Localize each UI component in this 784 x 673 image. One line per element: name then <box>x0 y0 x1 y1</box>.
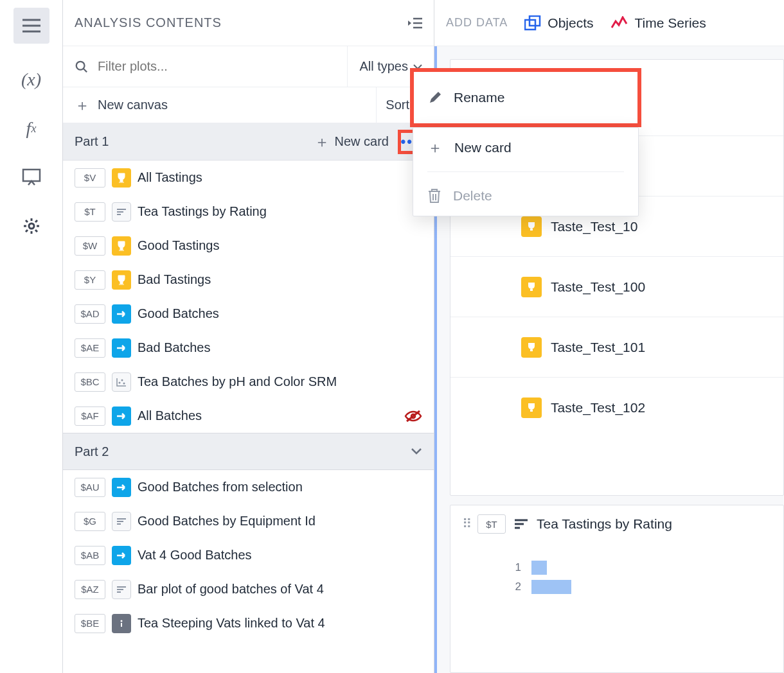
bars-icon <box>112 512 131 531</box>
context-menu: ＋ New card Delete <box>413 127 639 216</box>
trophy-icon <box>521 277 542 297</box>
scatter-chart-icon <box>112 372 131 392</box>
item-label: Good Batches by Equipment Id <box>138 514 316 529</box>
top-tabs: ADD DATA Objects Time Series <box>434 0 784 46</box>
tab-objects[interactable]: Objects <box>524 15 593 31</box>
trash-icon <box>427 188 441 204</box>
var-badge: $W <box>75 236 105 256</box>
popup-separator <box>427 171 624 172</box>
filter-plots-input[interactable] <box>98 59 336 74</box>
section-part-1[interactable]: Part 1 ＋ New card ••• <box>63 123 434 161</box>
chart-body: 1 2 <box>450 543 783 597</box>
chart-row: 1 <box>512 558 783 577</box>
trophy-icon <box>521 337 542 358</box>
rename-label: Rename <box>454 90 504 105</box>
left-rail: (x) fx <box>0 0 63 673</box>
gear-icon[interactable] <box>19 213 44 239</box>
chart-bar-1 <box>531 561 547 575</box>
arrow-right-icon <box>112 338 131 358</box>
svg-point-8 <box>123 382 125 384</box>
bars-icon <box>112 580 131 599</box>
svg-rect-0 <box>23 170 40 181</box>
row-label: Taste_Test_102 <box>551 400 645 415</box>
var-badge: $AU <box>75 478 105 497</box>
chart-bar-2 <box>531 580 571 594</box>
item-label: Good Tastings <box>138 238 220 253</box>
row-label: Taste_Test_101 <box>551 340 645 355</box>
list-item[interactable]: $ADGood Batches <box>63 297 434 331</box>
item-label: All Batches <box>138 408 202 423</box>
item-label: Tea Batches by pH and Color SRM <box>138 374 337 389</box>
list-item[interactable]: $AZBar plot of good batches of Vat 4 <box>63 572 434 606</box>
list-item[interactable]: $YBad Tastings <box>63 263 434 297</box>
trophy-icon <box>112 236 131 256</box>
popup-rename-highlighted[interactable]: Rename <box>410 68 641 127</box>
var-badge: $AF <box>75 406 105 426</box>
list-item[interactable]: $AEBad Batches <box>63 331 434 365</box>
row-label: Taste_Test_10 <box>551 219 637 234</box>
popup-new-card[interactable]: ＋ New card <box>413 128 638 168</box>
new-card-button[interactable]: ＋ New card <box>314 132 389 152</box>
arrow-right-icon <box>112 478 131 497</box>
pencil-icon <box>428 91 442 105</box>
objects-icon <box>524 15 541 31</box>
card-title: Tea Tastings by Rating <box>537 516 672 532</box>
list-item[interactable]: $BETea Steeping Vats linked to Vat 4 <box>63 606 434 640</box>
list-item[interactable]: $ABVat 4 Good Batches <box>63 538 434 572</box>
list-item[interactable]: $BCTea Batches by pH and Color SRM <box>63 365 434 399</box>
list-item[interactable]: $AFAll Batches <box>63 399 434 433</box>
var-badge: $T <box>477 514 506 534</box>
item-label: Good Batches from selection <box>138 480 303 494</box>
var-badge: $AE <box>75 338 105 358</box>
var-badge: $T <box>75 202 105 222</box>
chart-row: 2 <box>512 577 783 597</box>
var-badge: $AB <box>75 546 105 565</box>
plus-icon: ＋ <box>427 137 443 158</box>
tab-time-series-label: Time Series <box>635 15 706 31</box>
list-item[interactable]: $VAll Tastings <box>63 161 434 195</box>
arrow-right-icon <box>112 304 131 324</box>
table-row[interactable]: Taste_Test_101 <box>450 317 783 377</box>
list-item[interactable]: $TTea Tastings by Rating <box>63 195 434 229</box>
section-part-2[interactable]: Part 2 <box>63 433 434 470</box>
item-label: Tea Tastings by Rating <box>138 204 267 219</box>
svg-point-1 <box>29 223 34 229</box>
list-item[interactable]: $AUGood Batches from selection <box>63 470 434 504</box>
collapse-panel-icon[interactable] <box>408 17 422 29</box>
chart-tick-2: 2 <box>512 581 521 593</box>
table-row[interactable]: Taste_Test_102 <box>450 377 783 437</box>
panel-title: ANALYSIS CONTENTS <box>75 15 222 30</box>
svg-point-10 <box>121 620 123 622</box>
eye-slash-icon <box>404 410 422 423</box>
item-label: Good Batches <box>138 306 219 321</box>
filter-box <box>63 59 347 74</box>
item-label: Bad Tastings <box>138 272 211 287</box>
menu-button[interactable] <box>13 8 49 44</box>
plus-icon: ＋ <box>314 132 330 152</box>
drag-handle-icon[interactable]: ⠿ <box>462 516 470 532</box>
trophy-icon <box>112 168 131 188</box>
tab-time-series[interactable]: Time Series <box>610 15 706 31</box>
filter-row: All types <box>63 46 434 87</box>
variable-x-icon[interactable]: (x) <box>19 67 44 92</box>
search-icon <box>75 59 89 74</box>
canvas-row: ＋ New canvas Sort <box>63 87 434 123</box>
arrow-right-icon <box>112 406 131 426</box>
panel-header: ANALYSIS CONTENTS <box>63 0 434 46</box>
chevron-down-icon <box>411 448 422 455</box>
popup-new-card-label: New card <box>454 140 512 155</box>
list-item[interactable]: $WGood Tastings <box>63 229 434 263</box>
trophy-icon <box>521 398 542 418</box>
popup-delete-label: Delete <box>453 188 492 204</box>
svg-point-2 <box>76 61 85 69</box>
function-fx-icon[interactable]: fx <box>19 116 44 141</box>
presentation-icon[interactable] <box>19 164 44 190</box>
analysis-contents-panel: ANALYSIS CONTENTS All types ＋ New canvas… <box>63 0 434 673</box>
new-canvas-button[interactable]: ＋ New canvas <box>63 95 376 116</box>
table-row[interactable]: Taste_Test_100 <box>450 256 783 317</box>
popup-delete[interactable]: Delete <box>413 176 638 216</box>
item-label: Bad Batches <box>138 340 210 355</box>
item-label: All Tastings <box>138 170 202 185</box>
time-series-icon <box>610 16 628 30</box>
list-item[interactable]: $GGood Batches by Equipment Id <box>63 504 434 538</box>
